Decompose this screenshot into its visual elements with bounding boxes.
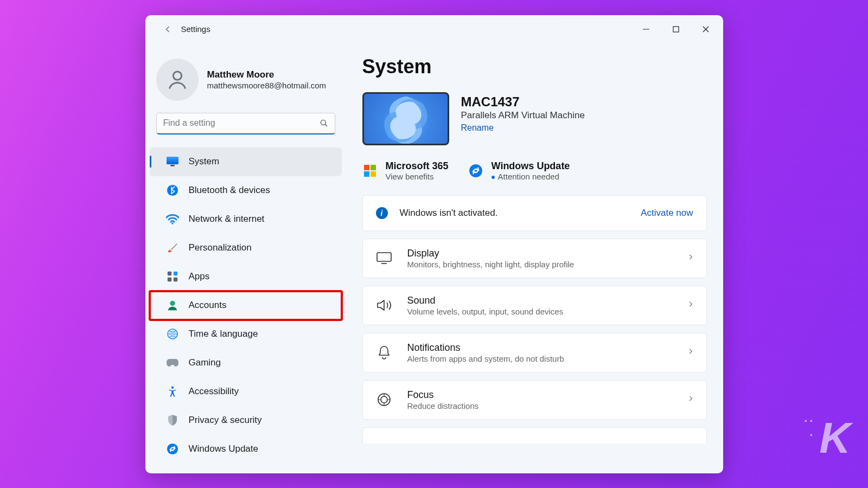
main-content: System MAC1437 Parallels ARM Virtual Mac… bbox=[346, 43, 723, 473]
chevron-right-icon bbox=[687, 395, 694, 404]
display-icon bbox=[375, 249, 393, 267]
sidebar-item-label: Gaming bbox=[189, 357, 221, 368]
attention-dot-icon bbox=[492, 176, 495, 179]
svg-rect-11 bbox=[173, 272, 177, 275]
tile-subtitle: View benefits bbox=[386, 172, 449, 181]
focus-icon bbox=[375, 390, 393, 409]
minimize-icon bbox=[643, 26, 649, 33]
search-input[interactable] bbox=[156, 113, 335, 134]
activation-banner: i Windows isn't activated. Activate now bbox=[362, 195, 707, 231]
profile-email: matthewsmoore88@hotmail.com bbox=[207, 81, 326, 90]
svg-rect-21 bbox=[371, 171, 376, 177]
minimize-button[interactable] bbox=[631, 18, 661, 40]
sidebar-item-label: Accounts bbox=[189, 300, 227, 311]
card-subtitle: Reduce distractions bbox=[407, 401, 479, 410]
sidebar-item-privacy[interactable]: Privacy & security bbox=[150, 406, 342, 435]
svg-rect-1 bbox=[673, 27, 679, 32]
svg-rect-20 bbox=[364, 171, 369, 177]
card-display[interactable]: Display Monitors, brightness, night ligh… bbox=[362, 239, 707, 278]
sidebar-item-label: Time & language bbox=[189, 329, 258, 339]
sidebar-nav: System Bluetooth & devices Network & int… bbox=[145, 144, 346, 473]
svg-point-3 bbox=[321, 120, 326, 125]
svg-rect-19 bbox=[371, 165, 376, 170]
svg-rect-13 bbox=[173, 278, 177, 281]
sidebar-item-bluetooth[interactable]: Bluetooth & devices bbox=[150, 176, 342, 205]
sidebar-item-accessibility[interactable]: Accessibility bbox=[150, 377, 342, 406]
tile-title: Microsoft 365 bbox=[386, 160, 449, 172]
maximize-button[interactable] bbox=[661, 18, 691, 40]
sidebar-item-label: System bbox=[189, 156, 220, 167]
svg-rect-10 bbox=[167, 272, 171, 275]
maximize-icon bbox=[673, 26, 679, 33]
card-title: Display bbox=[407, 248, 575, 259]
avatar bbox=[156, 59, 199, 101]
svg-rect-18 bbox=[364, 165, 369, 170]
titlebar: Settings bbox=[145, 15, 723, 43]
sidebar-item-windows-update[interactable]: Windows Update bbox=[150, 435, 342, 464]
sidebar-item-label: Privacy & security bbox=[189, 415, 262, 426]
window-title: Settings bbox=[181, 24, 210, 34]
sidebar-item-gaming[interactable]: Gaming bbox=[150, 349, 342, 377]
sidebar-item-time-language[interactable]: Time & language bbox=[150, 320, 342, 349]
card-title: Focus bbox=[407, 389, 479, 401]
sidebar-item-label: Windows Update bbox=[189, 444, 259, 454]
banner-text: Windows isn't activated. bbox=[400, 208, 498, 219]
card-sound[interactable]: Sound Volume levels, output, input, soun… bbox=[362, 286, 707, 325]
card-title: Sound bbox=[407, 295, 564, 306]
device-name: MAC1437 bbox=[461, 94, 585, 110]
info-icon: i bbox=[376, 207, 388, 219]
sidebar-item-system[interactable]: System bbox=[150, 147, 342, 176]
activate-link[interactable]: Activate now bbox=[641, 208, 693, 219]
sidebar-item-label: Bluetooth & devices bbox=[189, 185, 270, 196]
sidebar-item-label: Network & internet bbox=[189, 214, 265, 224]
sidebar-item-accounts[interactable]: Accounts bbox=[150, 291, 342, 320]
chevron-right-icon bbox=[687, 300, 694, 310]
profile-name: Matthew Moore bbox=[207, 69, 326, 80]
shield-icon bbox=[166, 414, 179, 427]
wifi-icon bbox=[166, 213, 179, 226]
device-thumbnail bbox=[362, 92, 449, 145]
globe-clock-icon bbox=[166, 328, 179, 341]
microsoft-icon bbox=[362, 163, 378, 178]
svg-line-4 bbox=[325, 124, 327, 126]
back-button[interactable] bbox=[157, 19, 178, 40]
bloom-icon bbox=[362, 92, 449, 145]
device-description: Parallels ARM Virtual Machine bbox=[461, 110, 585, 121]
tile-m365[interactable]: Microsoft 365 View benefits bbox=[362, 160, 449, 181]
arrow-left-icon bbox=[162, 24, 173, 35]
svg-rect-6 bbox=[167, 157, 178, 164]
rename-link[interactable]: Rename bbox=[461, 123, 585, 133]
card-notifications[interactable]: Notifications Alerts from apps and syste… bbox=[362, 333, 707, 373]
card-subtitle: Monitors, brightness, night light, displ… bbox=[407, 260, 575, 269]
sidebar-item-personalization[interactable]: Personalization bbox=[150, 234, 342, 262]
svg-point-17 bbox=[167, 444, 177, 454]
tile-title: Windows Update bbox=[492, 160, 570, 172]
accessibility-icon bbox=[166, 385, 179, 398]
svg-point-16 bbox=[171, 386, 173, 388]
sidebar-item-apps[interactable]: Apps bbox=[150, 262, 342, 291]
sidebar-item-label: Personalization bbox=[189, 242, 252, 253]
monitor-icon bbox=[166, 155, 179, 168]
sidebar-item-label: Apps bbox=[189, 271, 210, 282]
svg-point-9 bbox=[171, 222, 174, 224]
search-icon bbox=[319, 118, 329, 130]
tile-subtitle: Attention needed bbox=[492, 172, 570, 181]
window-controls bbox=[631, 18, 721, 40]
svg-rect-12 bbox=[167, 278, 171, 281]
card-subtitle: Volume levels, output, input, sound devi… bbox=[407, 307, 564, 316]
profile[interactable]: Matthew Moore matthewsmoore88@hotmail.co… bbox=[145, 49, 346, 113]
gamepad-icon bbox=[166, 356, 179, 369]
svg-point-26 bbox=[381, 396, 387, 403]
svg-point-14 bbox=[170, 301, 175, 306]
sidebar-item-network[interactable]: Network & internet bbox=[150, 205, 342, 234]
close-button[interactable] bbox=[691, 18, 721, 40]
bell-icon bbox=[375, 343, 393, 362]
chevron-right-icon bbox=[687, 348, 694, 357]
sidebar: Matthew Moore matthewsmoore88@hotmail.co… bbox=[145, 43, 346, 473]
accounts-icon bbox=[166, 299, 179, 312]
svg-rect-7 bbox=[170, 165, 175, 166]
tile-windows-update[interactable]: Windows Update Attention needed bbox=[468, 160, 570, 181]
card-subtitle: Alerts from apps and system, do not dist… bbox=[407, 354, 564, 363]
card-focus[interactable]: Focus Reduce distractions bbox=[362, 380, 707, 420]
settings-cards: Display Monitors, brightness, night ligh… bbox=[362, 239, 707, 444]
